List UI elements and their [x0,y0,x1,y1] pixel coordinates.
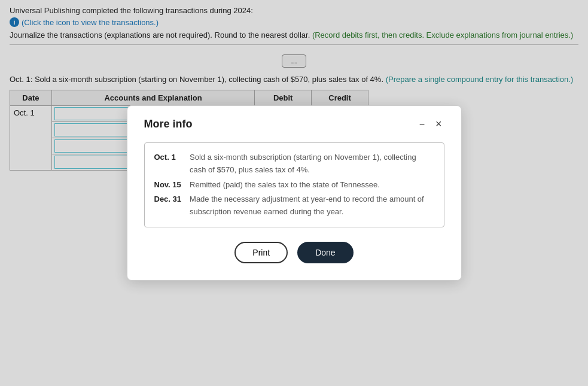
modal-transaction-row: Oct. 1Sold a six-month subscription (sta… [154,150,434,178]
modal-controls: − × [417,118,444,130]
modal-info-box: Oct. 1Sold a six-month subscription (sta… [144,142,444,194]
modal-transaction-date: Dec. 31 [154,192,190,194]
modal-titlebar: More info − × [144,118,444,130]
modal-transaction-row: Dec. 31Made the necessary adjustment at … [154,192,434,194]
modal-overlay: More info − × Oct. 1Sold a six-month sub… [0,0,588,194]
modal-transaction-desc: Remitted (paid) the sales tax to the sta… [190,178,434,193]
modal-close-button[interactable]: × [433,118,444,130]
modal-transaction-date: Nov. 15 [154,178,190,193]
modal-transaction-desc: Sold a six-month subscription (starting … [190,150,434,178]
modal-transaction-date: Oct. 1 [154,150,190,178]
modal-minimize-button[interactable]: − [417,119,427,130]
modal: More info − × Oct. 1Sold a six-month sub… [127,105,462,194]
modal-title: More info [144,118,193,130]
modal-transaction-row: Nov. 15Remitted (paid) the sales tax to … [154,178,434,193]
modal-transactions-table: Oct. 1Sold a six-month subscription (sta… [154,150,434,194]
modal-transaction-desc: Made the necessary adjustment at year-en… [190,192,434,194]
